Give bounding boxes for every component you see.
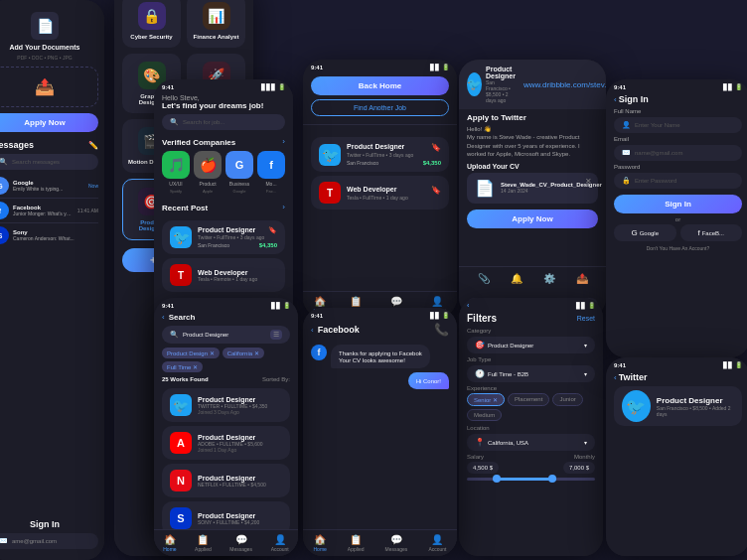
tag-fulltime[interactable]: Full Time ✕ (162, 361, 203, 372)
recent-bookmark[interactable]: 🔖 (268, 226, 277, 234)
slider-handle-min[interactable] (493, 475, 501, 483)
result-adobe-date: Joined 1 Day Ago (198, 447, 282, 453)
apple-company[interactable]: 🍎 Product Apple (194, 151, 222, 194)
tesla-job-card[interactable]: T Web Developer 🔖 Tesla • FullTime • 1 d… (311, 176, 449, 210)
slider-handle-max[interactable] (548, 475, 556, 483)
recent-twitter-card[interactable]: 🐦 Product Designer 🔖 Twitter • FullTime … (162, 220, 285, 254)
twitter-company-card[interactable]: 🐦 Product Designer San Francisco • $8,50… (614, 386, 742, 426)
password-input[interactable]: 🔒 Enter Password (614, 173, 742, 189)
email-icon: ✉️ (0, 537, 8, 545)
verified-section-title: Verified Companies (162, 134, 235, 149)
person-icon: 👤 (622, 121, 631, 129)
nav-account-9[interactable]: 👤 Account (428, 534, 446, 552)
email-partial-input[interactable]: ✉️ ame@gmail.com (0, 533, 98, 549)
message-item-google[interactable]: G Google Emily White is typing... Now (0, 174, 98, 199)
nav-messages-9[interactable]: 💬 Messages (385, 534, 408, 552)
close-icon[interactable]: ✕ (585, 177, 592, 186)
message-search[interactable]: 🔍 Search messages (0, 154, 98, 170)
back-home-button[interactable]: Back Home (311, 76, 449, 95)
recent-arrow[interactable]: › (282, 203, 285, 211)
twitter-job-card[interactable]: 🐦 Product Designer 🔖 Twitter • FullTime … (311, 137, 449, 172)
compose-icon[interactable]: ✏️ (88, 141, 98, 150)
name-input[interactable]: 👤 Enter Your Name (614, 117, 742, 133)
twitter-company-avatar: 🐦 (622, 390, 651, 422)
add-documents-title: Add Your Documents (10, 44, 80, 51)
signin-partial: Sign In ✉️ ame@gmail.com (0, 511, 104, 560)
back-arrow-9[interactable]: ‹ (311, 326, 314, 335)
signin-btn[interactable]: Sign In (614, 195, 742, 213)
filter-icon[interactable]: ☰ (270, 330, 282, 340)
message-item-sony[interactable]: S Sony Cameron Anderson: What... (0, 223, 98, 247)
exp-chip-medium[interactable]: Medium (467, 409, 502, 421)
job-type-filter-select[interactable]: 🕐 Full Time - B2B ▾ (467, 365, 595, 382)
google-company[interactable]: G Business Google (225, 151, 253, 194)
exp-chip-senior[interactable]: Senior ✕ (467, 393, 505, 406)
upload-icon: 📤 (35, 77, 55, 96)
search-input-area[interactable]: 🔍 Product Designer ☰ (154, 326, 298, 348)
location-filter-select[interactable]: 📍 California, USA ▾ (467, 434, 595, 451)
messages-icon-4: 💬 (235, 534, 247, 545)
location-filter-label: Location (467, 425, 595, 431)
apply-now-button[interactable]: Apply Now (0, 113, 98, 132)
greeting-area: Hello Steve, Let's find your dreams job! (154, 92, 293, 114)
back-arrow-7[interactable]: ‹ (614, 95, 617, 104)
spotify-sub: Spotify (170, 189, 182, 194)
back-arrow[interactable]: ‹ (162, 313, 165, 322)
email-input-7[interactable]: ✉️ name@gmail.com (614, 145, 742, 161)
tesla-bookmark-icon[interactable]: 🔖 (431, 186, 441, 195)
result-adobe[interactable]: A Product Designer ADOBE • FULLTIME • $5… (162, 426, 290, 460)
action-icon-3[interactable]: ⚙️ (543, 273, 555, 284)
phone-job-detail: 9:41 ▊▊ 🔋 Back Home Find Another Job 🐦 P… (303, 60, 457, 318)
salary-slider[interactable] (467, 478, 595, 481)
bookmark-icon[interactable]: 🔖 (431, 143, 441, 152)
spotify-company[interactable]: 🎵 UX/UI Spotify (162, 151, 190, 194)
category-finance-analyst[interactable]: 📊 Finance Analyst (187, 0, 245, 48)
company-header-title: Product Designer (486, 66, 516, 79)
recent-twitter-title: Product Designer (198, 226, 255, 234)
company-header: 🐦 Product Designer San Francisco • $8,50… (459, 60, 606, 109)
exp-chip-junior[interactable]: Junior (552, 393, 582, 406)
action-icon-4[interactable]: 📤 (576, 273, 588, 284)
result-twitter[interactable]: 🐦 Product Designer TWITTER • FULLTIME • … (162, 388, 290, 422)
apply-now-btn-5[interactable]: Apply Now (467, 210, 598, 228)
action-icon-1[interactable]: 📎 (478, 273, 490, 284)
filters-header: Filters Reset (459, 311, 603, 328)
verified-arrow[interactable]: › (282, 137, 285, 146)
result-adobe-title: Product Designer (198, 434, 282, 441)
nav-home-4[interactable]: 🏠 Home (163, 534, 176, 552)
message-item-facebook[interactable]: f Facebook Junior Monger: What's your...… (0, 199, 98, 223)
back-arrow-8[interactable]: ‹ (614, 373, 617, 382)
home-search-bar[interactable]: 🔍 Search for job... (162, 114, 285, 130)
home-search[interactable]: 🔍 Search for job... (154, 114, 293, 134)
post-card: 🐦 Product Designer 🔖 Twitter • FullTime … (303, 129, 457, 217)
nav-account-4[interactable]: 👤 Account (271, 534, 289, 552)
tag-california[interactable]: California ✕ (223, 348, 264, 358)
tag-product-design[interactable]: Product Design ✕ (162, 348, 220, 358)
action-icon-2[interactable]: 🔔 (511, 273, 523, 284)
job-detail-screen: 9:41 ▊▊ 🔋 Back Home Find Another Job 🐦 P… (303, 60, 457, 318)
signin-title: Sign In (0, 519, 98, 529)
facebook-login-btn[interactable]: f FaceB... (680, 224, 743, 241)
phone-icon-9[interactable]: 📞 (434, 323, 449, 337)
nav-applied-9[interactable]: 📋 Applied (348, 534, 365, 552)
result-adobe-logo: A (170, 432, 192, 454)
upload-cv-label: Upload Your CV (467, 163, 598, 170)
result-netflix[interactable]: N Product Designer NETFLIX • FULLTIME • … (162, 464, 290, 497)
find-another-job-button[interactable]: Find Another Job (311, 99, 449, 116)
nav-messages-4[interactable]: 💬 Messages (229, 534, 252, 552)
upload-area[interactable]: 📤 (0, 67, 98, 107)
wifi-icon: ▊▊ (430, 64, 440, 70)
exp-chip-placement[interactable]: Placement (508, 393, 549, 406)
reset-btn[interactable]: Reset (577, 315, 595, 322)
dribbble-link[interactable]: www.dribbble.com/stev... (523, 80, 606, 89)
back-arrow-6[interactable]: ‹ (467, 302, 469, 309)
category-cyber-security[interactable]: 🔒 Cyber Security (122, 0, 181, 48)
nav-home-9[interactable]: 🏠 Home (314, 534, 327, 552)
or-label: or (614, 216, 742, 222)
apply-description: Hello! 👋 My name is Steve Wade - creativ… (467, 125, 598, 159)
recent-tesla-card[interactable]: T Web Developer Tesla • Remote • 1 day a… (162, 258, 285, 292)
nav-applied-4[interactable]: 📋 Applied (195, 534, 212, 552)
category-filter-select[interactable]: 🎯 Product Designer ▾ (467, 337, 595, 353)
google-login-btn[interactable]: G Google (614, 224, 676, 241)
facebook-company[interactable]: f Mo... Fac... (257, 151, 285, 194)
